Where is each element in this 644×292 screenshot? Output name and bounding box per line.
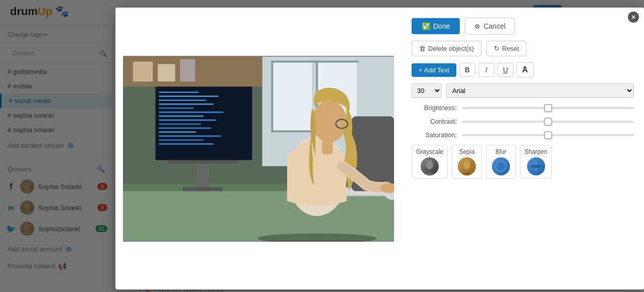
font-row: 30 10121416 18202428 364872 Arial Georgi… (412, 83, 634, 98)
contrast-slider[interactable] (462, 121, 634, 123)
svg-rect-28 (159, 103, 213, 105)
contrast-label: Contrast: (412, 118, 457, 125)
svg-rect-29 (159, 107, 193, 109)
modal-image-panel (115, 8, 402, 289)
modal-top-buttons: ✅ Done ⊗ Cancel (412, 18, 634, 35)
blur-filter-button[interactable]: Blur (486, 145, 516, 179)
saturation-label: Saturation: (412, 131, 457, 139)
blur-filter-label: Blur (495, 148, 506, 155)
svg-point-44 (312, 100, 347, 142)
sepia-filter-button[interactable]: Sepia (452, 145, 482, 179)
font-family-select[interactable]: Arial Georgia Times New Roman Verdana Co… (446, 83, 634, 98)
brightness-row: Brightness: (412, 104, 634, 112)
svg-rect-17 (180, 59, 195, 81)
bold-button[interactable]: B (459, 63, 475, 77)
svg-rect-25 (159, 91, 198, 93)
italic-button[interactable]: I (478, 63, 494, 77)
modal-action-buttons: 🗑 Delete object(s) ↻ Reset (412, 41, 634, 56)
done-button[interactable]: ✅ Done (412, 18, 460, 34)
modal-close-button[interactable]: × (628, 12, 639, 23)
text-toolbar: + Add Text B I U A (412, 62, 634, 77)
svg-rect-21 (197, 163, 209, 188)
svg-rect-22 (183, 187, 222, 191)
font-size-select[interactable]: 30 10121416 18202428 364872 (412, 83, 442, 98)
svg-point-52 (497, 162, 505, 170)
done-icon: ✅ (422, 22, 430, 30)
svg-point-49 (426, 160, 433, 169)
svg-rect-35 (159, 131, 196, 133)
brightness-label: Brightness: (412, 104, 457, 112)
sepia-filter-label: Sepia (459, 148, 475, 155)
image-editor-modal: × (115, 8, 644, 289)
cancel-icon: ⊗ (474, 22, 480, 30)
sharpen-icon (527, 157, 545, 175)
sharpen-filter-button[interactable]: Sharpen (520, 145, 552, 179)
saturation-row: Saturation: (412, 131, 634, 139)
modal-controls-panel: ✅ Done ⊗ Cancel 🗑 Delete object(s) ↻ Res… (402, 8, 644, 289)
saturation-slider[interactable] (462, 134, 634, 136)
svg-rect-31 (159, 115, 203, 117)
sepia-icon (458, 157, 476, 175)
add-text-button[interactable]: + Add Text (412, 63, 456, 77)
svg-point-50 (463, 160, 470, 169)
grayscale-icon (421, 157, 439, 175)
svg-rect-38 (159, 143, 213, 145)
underline-button[interactable]: U (497, 63, 513, 77)
grayscale-filter-button[interactable]: Grayscale (412, 145, 448, 179)
svg-rect-10 (271, 60, 273, 132)
color-button[interactable]: A (517, 62, 534, 77)
svg-rect-33 (159, 123, 201, 125)
svg-rect-26 (159, 95, 218, 96)
image-container (123, 56, 394, 242)
svg-rect-47 (322, 140, 333, 154)
svg-rect-32 (159, 119, 216, 121)
svg-rect-27 (159, 99, 206, 101)
svg-rect-8 (272, 61, 312, 131)
svg-rect-30 (159, 111, 223, 113)
svg-rect-16 (158, 64, 175, 81)
svg-rect-15 (133, 61, 153, 81)
reset-icon: ↻ (494, 45, 499, 52)
sharpen-filter-label: Sharpen (525, 148, 547, 155)
svg-rect-12 (271, 60, 358, 62)
svg-rect-34 (159, 127, 211, 129)
reset-button[interactable]: ↻ Reset (486, 41, 527, 56)
svg-rect-36 (159, 135, 221, 137)
contrast-row: Contrast: (412, 118, 634, 125)
filter-row: Grayscale Sepia Blur (412, 145, 634, 179)
svg-rect-37 (159, 139, 203, 141)
cancel-button[interactable]: ⊗ Cancel (465, 18, 515, 35)
trash-icon: 🗑 (419, 45, 426, 52)
brightness-slider[interactable] (462, 107, 634, 109)
blur-icon (492, 157, 510, 175)
grayscale-filter-label: Grayscale (416, 148, 443, 155)
delete-object-button[interactable]: 🗑 Delete object(s) (412, 41, 481, 56)
